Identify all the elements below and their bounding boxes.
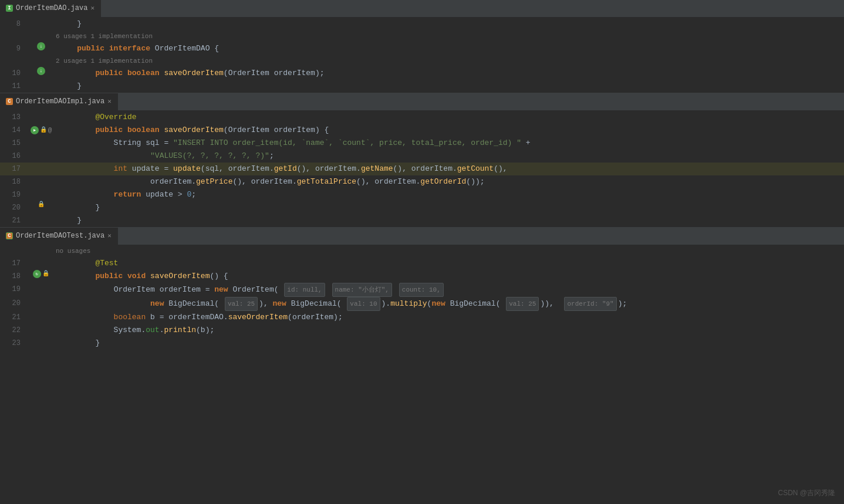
code-content-14: public boolean saveOrderItem(OrderItem o… [56,124,844,137]
code-content-19: return update > 0; [56,188,844,201]
code-line-17: 17 int update = update(sql, orderItem.ge… [0,163,844,175]
line-num-t20: 20 [0,297,26,310]
code-content-t21: boolean b = orderItemDAO.saveOrderItem(o… [56,311,844,324]
hint-val3: val: 25 [506,297,539,311]
gutter-20: 🔒 [26,201,56,208]
hint-orderid: orderId: "9" [564,297,616,311]
editor-container: I OrderItemDAO.java ✕ 8 } 6 usages 1 imp… [0,0,844,504]
code-line-t18: 18 ↻ 🔒 public void saveOrderItem() { [0,270,844,283]
at-icon-14[interactable]: @ [48,124,52,137]
code-line-13: 13 @Override [0,111,844,124]
tab-orderitemdao[interactable]: I OrderItemDAO.java ✕ [0,0,101,18]
line-num-21: 21 [0,214,26,227]
code-line-9: 9 public interface OrderItemDAO { [0,42,844,55]
tab-close-test[interactable]: ✕ [107,232,112,239]
gutter-9 [26,42,56,50]
run-icon-t18[interactable]: ↻ [33,270,41,278]
line-num-t22: 22 [0,324,26,337]
code-line-t17: 17 @Test [0,257,844,270]
line-num-17: 17 [0,163,26,175]
watermark: CSDN @吉冈秀隆 [778,488,835,498]
lock-icon-20: 🔒 [38,201,45,208]
section-orderitemdaotest: C OrderItemDAOTest.java ✕ no usages 17 @… [0,228,844,504]
code-content-t23: } [56,337,844,350]
line-num-10: 10 [0,67,26,80]
hint-val1: val: 25 [225,297,258,311]
code-content-t18: public void saveOrderItem() { [56,270,844,283]
line-num-14: 14 [0,124,26,137]
interface-icon: I [6,5,13,12]
code-content-t17: @Test [56,257,844,270]
line-num-16: 16 [0,150,26,163]
code-content-15: String sql = "INSERT INTO order_item(id,… [56,137,844,150]
tab-bar-1: I OrderItemDAO.java ✕ [0,0,844,18]
tab-bar-2: C OrderItemDAOImpl.java ✕ [0,93,844,111]
code-content-8: } [56,18,844,31]
code-line-t23: 23 } [0,337,844,350]
code-content-t20: new BigDecimal( val: 25), new BigDecimal… [56,297,844,311]
hint-val2: val: 10 [347,297,380,311]
tab-bar-3: C OrderItemDAOTest.java ✕ [0,228,844,245]
gutter-10 [26,67,56,75]
line-num-18: 18 [0,175,26,188]
hint-id: id: null, [284,283,325,297]
no-usage-text: no usages [56,248,90,255]
run-icon-14[interactable] [31,126,39,134]
code-area-1: 8 } 6 usages 1 implementation 9 public i… [0,18,844,93]
line-num-t17: 17 [0,257,26,270]
usage-text-10: 2 usages 1 implementation [56,57,153,65]
line-num-9: 9 [0,42,26,55]
line-num-t18: 18 [0,270,26,283]
tab-close-impl[interactable]: ✕ [107,97,112,105]
hint-name: name: "小台灯", [332,283,392,297]
gutter-14: 🔒 @ [26,124,56,137]
code-content-21: } [56,214,844,227]
code-content-9: public interface OrderItemDAO { [56,42,844,55]
line-num-t23: 23 [0,337,26,350]
section-orderitemdaoimpl: C OrderItemDAOImpl.java ✕ 13 @Override 1… [0,93,844,228]
test-icon: C [6,232,13,239]
code-line-t22: 22 System.out.println(b); [0,324,844,337]
code-content-18: orderItem.getPrice(), orderItem.getTotal… [56,175,844,188]
code-line-11: 11 } [0,80,844,93]
code-line-19: 19 return update > 0; [0,188,844,201]
tab-orderitemdaotest[interactable]: C OrderItemDAOTest.java ✕ [0,228,118,245]
lock-icon-t18: 🔒 [42,270,49,278]
tab-orderitemdaoimpl[interactable]: C OrderItemDAOImpl.java ✕ [0,93,118,111]
code-area-2: 13 @Override 14 🔒 @ public boolean saveO… [0,111,844,227]
class-icon-impl: C [6,98,13,105]
code-content-17: int update = update(sql, orderItem.getId… [56,163,844,175]
code-content-11: } [56,80,844,93]
code-content-13: @Override [56,111,844,124]
line-num-t21: 21 [0,311,26,324]
lock-icon-14: 🔒 [40,127,47,134]
code-line-18: 18 orderItem.getPrice(), orderItem.getTo… [0,175,844,188]
tab-label-orderitemdaoimpl: OrderItemDAOImpl.java [16,97,104,106]
code-line-15: 15 String sql = "INSERT INTO order_item(… [0,137,844,150]
line-num-19: 19 [0,188,26,201]
code-line-16: 16 "VALUES(?, ?, ?, ?, ?, ?)"; [0,150,844,163]
gutter-t18: ↻ 🔒 [26,270,56,278]
usage-text-9: 6 usages 1 implementation [56,33,153,40]
code-line-8: 8 } [0,18,844,31]
code-area-3: no usages 17 @Test 18 ↻ 🔒 public void sa… [0,245,844,504]
code-line-10: 10 public boolean saveOrderItem(OrderIte… [0,67,844,80]
hint-count: count: 10, [399,283,444,297]
code-content-t19: OrderItem orderItem = new OrderItem( id:… [56,283,844,297]
impl-icon-10[interactable] [37,67,45,75]
code-content-20: } [56,201,844,214]
code-content-t22: System.out.println(b); [56,324,844,337]
code-line-t19: 19 OrderItem orderItem = new OrderItem( … [0,283,844,297]
tab-label-orderitemdao: OrderItemDAO.java [16,4,87,12]
tab-close-orderitemdao[interactable]: ✕ [90,4,94,12]
line-num-15: 15 [0,137,26,150]
impl-icon-9[interactable] [37,42,45,50]
section-orderitemdao: I OrderItemDAO.java ✕ 8 } 6 usages 1 imp… [0,0,844,93]
tab-label-orderitemdaotest: OrderItemDAOTest.java [16,232,104,240]
code-content-10: public boolean saveOrderItem(OrderItem o… [56,67,844,80]
code-line-21: 21 } [0,214,844,227]
usage-info-10: 2 usages 1 implementation [0,55,844,67]
code-line-t20: 20 new BigDecimal( val: 25), new BigDeci… [0,297,844,311]
usage-info-9: 6 usages 1 implementation [0,31,844,42]
code-content-16: "VALUES(?, ?, ?, ?, ?, ?)"; [56,150,844,163]
